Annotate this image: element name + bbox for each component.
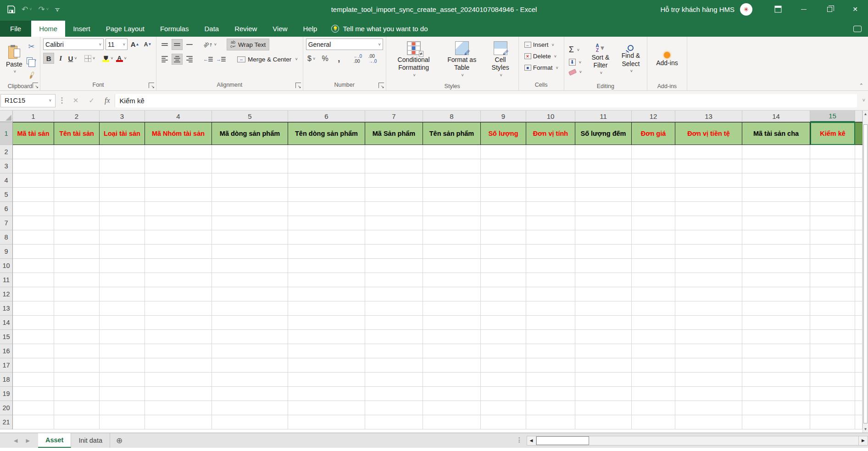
cell-r6c5[interactable]	[212, 202, 288, 216]
insert-cells-button[interactable]: ←Insert˅	[523, 40, 556, 49]
cell-r15c9[interactable]	[481, 330, 526, 344]
cell-r7c13[interactable]	[675, 216, 742, 230]
cell-r8c9[interactable]	[481, 230, 526, 245]
cell-r1c7[interactable]: Mã Sản phẩm	[365, 122, 423, 145]
cell-r19c3[interactable]	[100, 387, 145, 401]
cell-r9c10[interactable]	[526, 245, 575, 259]
undo-button[interactable]: ↶˅	[22, 5, 32, 14]
cell-r17c12[interactable]	[632, 358, 675, 373]
cell-r19c4[interactable]	[145, 387, 212, 401]
cell-r17c2[interactable]	[54, 358, 100, 373]
cell-r1c14[interactable]: Mã tài sản cha	[742, 122, 810, 145]
cell-r11c12[interactable]	[632, 273, 675, 287]
close-button[interactable]: ✕	[842, 0, 868, 18]
cell-r18c1[interactable]	[13, 373, 54, 387]
cell-r10c13[interactable]	[675, 259, 742, 273]
cell-r13c9[interactable]	[481, 301, 526, 316]
cell-r2c8[interactable]	[423, 145, 481, 159]
new-sheet-button[interactable]: ⊕	[110, 433, 128, 448]
cell-r6c13[interactable]	[675, 202, 742, 216]
vertical-scroll-thumb[interactable]	[863, 124, 868, 423]
column-header-9[interactable]: 9	[481, 111, 526, 122]
cancel-icon[interactable]: ✕	[73, 96, 79, 105]
expand-formula-bar-icon[interactable]: ˅	[862, 97, 865, 103]
cell-r17c11[interactable]	[575, 358, 632, 373]
cell-r11c9[interactable]	[481, 273, 526, 287]
cell-r6c2[interactable]	[54, 202, 100, 216]
cell-r14c3[interactable]	[100, 316, 145, 330]
cell-r6-partial[interactable]	[855, 202, 862, 216]
cell-r12c4[interactable]	[145, 287, 212, 301]
cell-r12c14[interactable]	[742, 287, 810, 301]
cell-r9c12[interactable]	[632, 245, 675, 259]
cell-r2c1[interactable]	[13, 145, 54, 159]
cell-r12c7[interactable]	[365, 287, 423, 301]
row-header-14[interactable]: 14	[0, 316, 13, 330]
row-header-16[interactable]: 16	[0, 344, 13, 358]
cell-r20c4[interactable]	[145, 401, 212, 415]
cell-r20c2[interactable]	[54, 401, 100, 415]
increase-indent-button[interactable]: →	[215, 54, 227, 65]
cell-r6c9[interactable]	[481, 202, 526, 216]
cell-r16c12[interactable]	[632, 344, 675, 358]
cell-r15c5[interactable]	[212, 330, 288, 344]
cell-r16c14[interactable]	[742, 344, 810, 358]
cell-r17c15[interactable]	[810, 358, 855, 373]
cell-r21c13[interactable]	[675, 415, 742, 429]
cell-r7c12[interactable]	[632, 216, 675, 230]
cell-r20c13[interactable]	[675, 401, 742, 415]
cell-r9c15[interactable]	[810, 245, 855, 259]
cell-r4c11[interactable]	[575, 173, 632, 188]
wrap-text-button[interactable]: abc↵ Wrap Text	[227, 39, 269, 50]
row-header-11[interactable]: 11	[0, 273, 13, 287]
borders-button[interactable]: ˅	[83, 53, 96, 64]
cell-r18c11[interactable]	[575, 373, 632, 387]
cell-r5c3[interactable]	[100, 188, 145, 202]
percent-style-button[interactable]: %	[320, 53, 331, 64]
cell-r15c7[interactable]	[365, 330, 423, 344]
row-header-17[interactable]: 17	[0, 358, 13, 373]
cell-r17c3[interactable]	[100, 358, 145, 373]
cell-r16c11[interactable]	[575, 344, 632, 358]
cell-r5c1[interactable]	[13, 188, 54, 202]
cell-r14c9[interactable]	[481, 316, 526, 330]
cell-r16c6[interactable]	[288, 344, 365, 358]
cell-r3c13[interactable]	[675, 159, 742, 173]
cell-r13c13[interactable]	[675, 301, 742, 316]
cell-r15c14[interactable]	[742, 330, 810, 344]
cell-r10c7[interactable]	[365, 259, 423, 273]
cell-r14c5[interactable]	[212, 316, 288, 330]
redo-button[interactable]: ↷˅	[39, 5, 49, 14]
cell-r20c6[interactable]	[288, 401, 365, 415]
cell-r2c6[interactable]	[288, 145, 365, 159]
cell-r19c8[interactable]	[423, 387, 481, 401]
cell-r13c15[interactable]	[810, 301, 855, 316]
scroll-right-icon[interactable]: ▶	[858, 436, 868, 445]
fill-button[interactable]: ⬇˅	[567, 58, 584, 67]
cell-r6c15[interactable]	[810, 202, 855, 216]
bottom-align-button[interactable]	[184, 39, 195, 50]
ribbon-tab-file[interactable]: File	[0, 21, 31, 37]
cell-r19c9[interactable]	[481, 387, 526, 401]
cell-r10c2[interactable]	[54, 259, 100, 273]
cell-r15c15[interactable]	[810, 330, 855, 344]
format-painter-button[interactable]: 🖌	[24, 67, 39, 82]
cell-r12c5[interactable]	[212, 287, 288, 301]
cell-r2c4[interactable]	[145, 145, 212, 159]
cell-r7c4[interactable]	[145, 216, 212, 230]
cell-r20c1[interactable]	[13, 401, 54, 415]
cell-r17c5[interactable]	[212, 358, 288, 373]
cell-r1c4[interactable]: Mã Nhóm tài sản	[145, 122, 212, 145]
sheet-nav-right-icon[interactable]: ▶	[26, 438, 29, 444]
cell-r3c4[interactable]	[145, 159, 212, 173]
cell-r21c15[interactable]	[810, 415, 855, 429]
cell-r5c13[interactable]	[675, 188, 742, 202]
column-header-5[interactable]: 5	[212, 111, 288, 122]
align-left-button[interactable]	[159, 54, 170, 65]
cell-r14c14[interactable]	[742, 316, 810, 330]
cell-r3c14[interactable]	[742, 159, 810, 173]
account-name[interactable]: Hỗ trợ khách hàng HMS	[660, 6, 734, 13]
cell-r13c11[interactable]	[575, 301, 632, 316]
cell-r8c2[interactable]	[54, 230, 100, 245]
tell-me-box[interactable]: 💡 Tell me what you want to do	[325, 21, 434, 37]
